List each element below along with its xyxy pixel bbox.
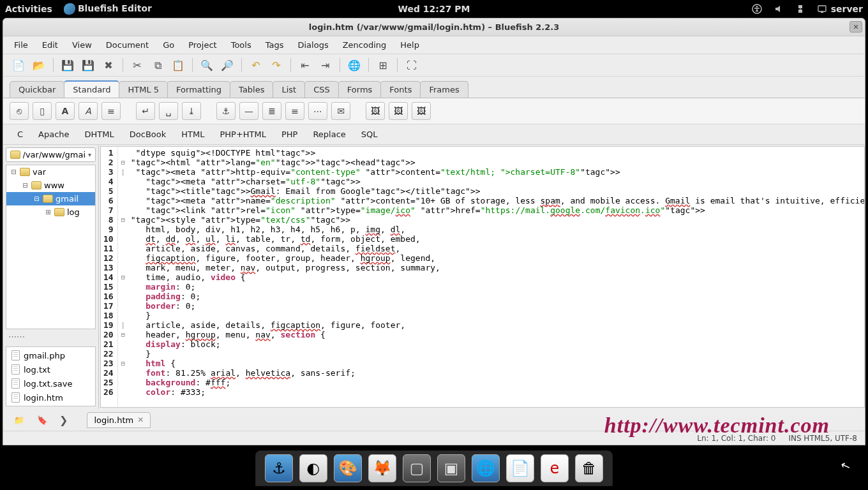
close-file-icon[interactable]: ✖ [100, 57, 117, 73]
volume-icon[interactable] [774, 4, 784, 14]
file-browser-tab-icon[interactable]: 📁 [10, 412, 29, 428]
tab-standard[interactable]: Standard [64, 80, 119, 98]
menu-view[interactable]: View [65, 38, 99, 52]
tab-frames[interactable]: Frames [420, 81, 468, 98]
lang-apache[interactable]: Apache [31, 127, 77, 142]
menu-dialogs[interactable]: Dialogs [291, 38, 336, 52]
unindent-icon[interactable]: ⇤ [296, 57, 314, 73]
paragraph-icon[interactable]: ≡ [101, 102, 121, 120]
tree-log[interactable]: ⊞log [6, 205, 95, 219]
find-replace-icon[interactable]: 🔎 [218, 57, 236, 73]
comment-icon[interactable]: ⋯ [308, 102, 327, 120]
dock-trash-icon[interactable]: 🗑 [575, 454, 603, 482]
menu-file[interactable]: File [7, 38, 35, 52]
preview-browser-icon[interactable]: 🌐 [345, 57, 363, 73]
lang-html[interactable]: HTML [174, 127, 212, 142]
tab-tables[interactable]: Tables [230, 81, 273, 98]
menu-tools[interactable]: Tools [224, 38, 258, 52]
titlebar[interactable]: login.htm (/var/www/gmail/login.htm) – B… [3, 19, 865, 36]
document-tab[interactable]: login.htm ✕ [87, 412, 151, 428]
nbsp-icon[interactable]: ␣ [159, 102, 178, 120]
clock[interactable]: Wed 12:27 PM [398, 4, 470, 14]
paste-icon[interactable]: 📋 [169, 57, 187, 73]
lang-sql[interactable]: SQL [354, 127, 385, 142]
close-tab-icon[interactable]: ✕ [137, 415, 144, 424]
rightalign-icon[interactable]: ≡ [285, 102, 304, 120]
lang-c[interactable]: C [10, 127, 31, 142]
dock-document-icon[interactable]: 📄 [506, 454, 534, 482]
fold-column[interactable]: ⊟|⊟⊟|⊟⊟ [118, 147, 128, 407]
bold-icon[interactable]: A [56, 102, 75, 120]
fullscreen-icon[interactable]: ⛶ [403, 57, 421, 73]
lang-docbook[interactable]: DocBook [122, 127, 174, 142]
save-as-icon[interactable]: 💾 [79, 57, 97, 73]
network-icon[interactable] [795, 4, 805, 14]
tab-quickbar[interactable]: Quickbar [10, 81, 64, 98]
file-list[interactable]: gmail.phplog.txtlog.txt.savelogin.htm [6, 346, 96, 406]
close-button[interactable]: ✕ [849, 21, 862, 33]
activities-button[interactable]: Activities [5, 4, 52, 14]
dock-terminal-icon[interactable]: ▢ [403, 454, 431, 482]
image-icon[interactable]: 🖼 [366, 102, 385, 120]
file-login-htm[interactable]: login.htm [6, 390, 95, 405]
lang-php[interactable]: PHP [274, 127, 305, 142]
open-file-icon[interactable]: 📂 [30, 57, 48, 73]
file-log-txt-save[interactable]: log.txt.save [6, 376, 95, 390]
lang-replace[interactable]: Replace [305, 127, 353, 142]
menu-edit[interactable]: Edit [35, 38, 65, 52]
redo-icon[interactable]: ↷ [267, 57, 285, 73]
file-log-txt[interactable]: log.txt [6, 362, 95, 376]
undo-icon[interactable]: ↶ [247, 57, 265, 73]
indent-icon[interactable]: ⇥ [317, 57, 334, 73]
path-combo[interactable]: /var/www/gmail [6, 147, 96, 162]
menu-zencoding[interactable]: Zencoding [336, 38, 394, 52]
dock-bluefish-icon[interactable]: ⚓ [265, 454, 293, 482]
save-icon[interactable]: 💾 [59, 57, 77, 73]
bookmarks-tab-icon[interactable]: 🔖 [33, 412, 52, 428]
user-menu[interactable]: server [817, 4, 863, 14]
copy-icon[interactable]: ⧉ [149, 57, 167, 73]
code-editor[interactable]: 1234567891011121314151617181920212223242… [100, 146, 865, 408]
tab-forms[interactable]: Forms [338, 81, 382, 98]
folder-tree[interactable]: ⊟var⊟www⊟gmail⊞log [6, 165, 96, 329]
lang-dhtml[interactable]: DHTML [77, 127, 122, 142]
dock-gimp2-icon[interactable]: 🦊 [368, 454, 396, 482]
center-icon[interactable]: ≣ [262, 102, 281, 120]
menu-tags[interactable]: Tags [258, 38, 291, 52]
menu-go[interactable]: Go [156, 38, 181, 52]
thumbnail-icon[interactable]: 🖼 [389, 102, 408, 120]
dock-chromium-icon[interactable]: ◐ [299, 454, 327, 482]
break-icon[interactable]: ↵ [136, 102, 155, 120]
tab-html5[interactable]: HTML 5 [119, 81, 168, 98]
hr-icon[interactable]: — [239, 102, 258, 120]
email-icon[interactable]: ✉ [331, 102, 350, 120]
dock-terminal2-icon[interactable]: ▣ [437, 454, 465, 482]
cut-icon[interactable]: ✂ [128, 57, 146, 73]
tab-list[interactable]: List [273, 81, 305, 98]
tab-css[interactable]: CSS [304, 81, 339, 98]
lang-phpplushtml[interactable]: PHP+HTML [212, 127, 274, 142]
dock-gimp-icon[interactable]: 🎨 [334, 454, 362, 482]
chevron-right-icon[interactable]: ❯ [56, 414, 71, 426]
dock-browser-icon[interactable]: 🌐 [472, 454, 500, 482]
accessibility-icon[interactable] [752, 4, 762, 14]
tab-fonts[interactable]: Fonts [380, 81, 421, 98]
italic-icon[interactable]: A [79, 102, 98, 120]
tree-gmail[interactable]: ⊟gmail [6, 192, 95, 205]
find-icon[interactable]: 🔍 [198, 57, 216, 73]
quickstart-icon[interactable]: ⎋ [10, 102, 29, 120]
multi-thumb-icon[interactable]: 🖼 [412, 102, 431, 120]
anchor-down-icon[interactable]: ⤓ [182, 102, 201, 120]
tree-www[interactable]: ⊟www [6, 179, 95, 192]
tab-formatting[interactable]: Formatting [167, 81, 230, 98]
new-file-icon[interactable]: 📄 [10, 57, 27, 73]
preferences-icon[interactable]: ⊞ [374, 57, 392, 73]
active-app[interactable]: Bluefish Editor [64, 3, 152, 15]
body-icon[interactable]: ▯ [33, 102, 52, 120]
menu-help[interactable]: Help [393, 38, 426, 52]
tree-var[interactable]: ⊟var [6, 165, 95, 179]
anchor-icon[interactable]: ⚓ [216, 102, 236, 120]
menu-project[interactable]: Project [181, 38, 223, 52]
dock-reader-icon[interactable]: e [541, 454, 569, 482]
code-area[interactable]: "dtype squig"><!DOCTYPE html"tagc">> "ta… [128, 147, 864, 407]
